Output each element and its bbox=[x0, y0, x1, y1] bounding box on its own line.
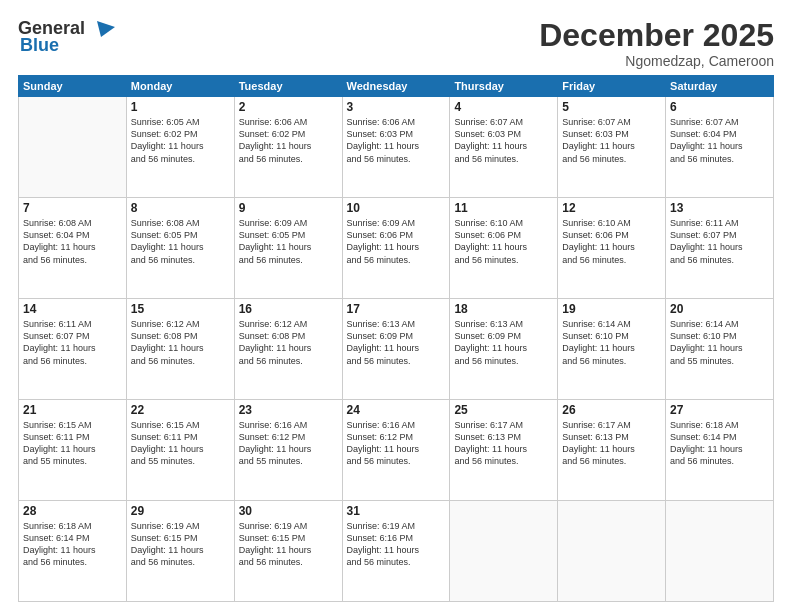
table-row: 9Sunrise: 6:09 AMSunset: 6:05 PMDaylight… bbox=[234, 198, 342, 299]
calendar-week-row: 1Sunrise: 6:05 AMSunset: 6:02 PMDaylight… bbox=[19, 97, 774, 198]
day-number: 21 bbox=[23, 403, 122, 417]
day-number: 28 bbox=[23, 504, 122, 518]
day-info: Sunrise: 6:15 AMSunset: 6:11 PMDaylight:… bbox=[23, 419, 122, 468]
calendar-week-row: 21Sunrise: 6:15 AMSunset: 6:11 PMDayligh… bbox=[19, 400, 774, 501]
table-row: 29Sunrise: 6:19 AMSunset: 6:15 PMDayligh… bbox=[126, 501, 234, 602]
day-info: Sunrise: 6:12 AMSunset: 6:08 PMDaylight:… bbox=[239, 318, 338, 367]
day-number: 5 bbox=[562, 100, 661, 114]
table-row: 16Sunrise: 6:12 AMSunset: 6:08 PMDayligh… bbox=[234, 299, 342, 400]
day-number: 23 bbox=[239, 403, 338, 417]
table-row: 15Sunrise: 6:12 AMSunset: 6:08 PMDayligh… bbox=[126, 299, 234, 400]
day-info: Sunrise: 6:07 AMSunset: 6:03 PMDaylight:… bbox=[562, 116, 661, 165]
day-info: Sunrise: 6:19 AMSunset: 6:15 PMDaylight:… bbox=[131, 520, 230, 569]
table-row: 12Sunrise: 6:10 AMSunset: 6:06 PMDayligh… bbox=[558, 198, 666, 299]
day-info: Sunrise: 6:19 AMSunset: 6:15 PMDaylight:… bbox=[239, 520, 338, 569]
table-row bbox=[19, 97, 127, 198]
col-thursday: Thursday bbox=[450, 76, 558, 97]
day-info: Sunrise: 6:07 AMSunset: 6:03 PMDaylight:… bbox=[454, 116, 553, 165]
day-info: Sunrise: 6:05 AMSunset: 6:02 PMDaylight:… bbox=[131, 116, 230, 165]
table-row: 21Sunrise: 6:15 AMSunset: 6:11 PMDayligh… bbox=[19, 400, 127, 501]
table-row: 30Sunrise: 6:19 AMSunset: 6:15 PMDayligh… bbox=[234, 501, 342, 602]
day-number: 15 bbox=[131, 302, 230, 316]
day-info: Sunrise: 6:11 AMSunset: 6:07 PMDaylight:… bbox=[670, 217, 769, 266]
day-info: Sunrise: 6:08 AMSunset: 6:05 PMDaylight:… bbox=[131, 217, 230, 266]
day-info: Sunrise: 6:16 AMSunset: 6:12 PMDaylight:… bbox=[347, 419, 446, 468]
calendar-table: Sunday Monday Tuesday Wednesday Thursday… bbox=[18, 75, 774, 602]
table-row: 22Sunrise: 6:15 AMSunset: 6:11 PMDayligh… bbox=[126, 400, 234, 501]
day-info: Sunrise: 6:09 AMSunset: 6:06 PMDaylight:… bbox=[347, 217, 446, 266]
day-number: 12 bbox=[562, 201, 661, 215]
table-row: 27Sunrise: 6:18 AMSunset: 6:14 PMDayligh… bbox=[666, 400, 774, 501]
table-row: 19Sunrise: 6:14 AMSunset: 6:10 PMDayligh… bbox=[558, 299, 666, 400]
day-number: 7 bbox=[23, 201, 122, 215]
day-info: Sunrise: 6:14 AMSunset: 6:10 PMDaylight:… bbox=[670, 318, 769, 367]
table-row: 10Sunrise: 6:09 AMSunset: 6:06 PMDayligh… bbox=[342, 198, 450, 299]
day-number: 10 bbox=[347, 201, 446, 215]
table-row: 26Sunrise: 6:17 AMSunset: 6:13 PMDayligh… bbox=[558, 400, 666, 501]
day-number: 6 bbox=[670, 100, 769, 114]
day-number: 29 bbox=[131, 504, 230, 518]
day-number: 22 bbox=[131, 403, 230, 417]
day-info: Sunrise: 6:17 AMSunset: 6:13 PMDaylight:… bbox=[454, 419, 553, 468]
day-number: 17 bbox=[347, 302, 446, 316]
day-info: Sunrise: 6:10 AMSunset: 6:06 PMDaylight:… bbox=[454, 217, 553, 266]
day-number: 4 bbox=[454, 100, 553, 114]
table-row: 17Sunrise: 6:13 AMSunset: 6:09 PMDayligh… bbox=[342, 299, 450, 400]
table-row: 4Sunrise: 6:07 AMSunset: 6:03 PMDaylight… bbox=[450, 97, 558, 198]
location-subtitle: Ngomedzap, Cameroon bbox=[539, 53, 774, 69]
day-number: 27 bbox=[670, 403, 769, 417]
table-row: 5Sunrise: 6:07 AMSunset: 6:03 PMDaylight… bbox=[558, 97, 666, 198]
table-row: 25Sunrise: 6:17 AMSunset: 6:13 PMDayligh… bbox=[450, 400, 558, 501]
table-row: 6Sunrise: 6:07 AMSunset: 6:04 PMDaylight… bbox=[666, 97, 774, 198]
day-number: 14 bbox=[23, 302, 122, 316]
table-row: 8Sunrise: 6:08 AMSunset: 6:05 PMDaylight… bbox=[126, 198, 234, 299]
table-row: 3Sunrise: 6:06 AMSunset: 6:03 PMDaylight… bbox=[342, 97, 450, 198]
table-row: 18Sunrise: 6:13 AMSunset: 6:09 PMDayligh… bbox=[450, 299, 558, 400]
day-number: 24 bbox=[347, 403, 446, 417]
day-number: 26 bbox=[562, 403, 661, 417]
col-saturday: Saturday bbox=[666, 76, 774, 97]
col-friday: Friday bbox=[558, 76, 666, 97]
day-number: 8 bbox=[131, 201, 230, 215]
month-title: December 2025 bbox=[539, 18, 774, 53]
calendar-week-row: 7Sunrise: 6:08 AMSunset: 6:04 PMDaylight… bbox=[19, 198, 774, 299]
day-info: Sunrise: 6:13 AMSunset: 6:09 PMDaylight:… bbox=[347, 318, 446, 367]
day-number: 20 bbox=[670, 302, 769, 316]
calendar-header-row: Sunday Monday Tuesday Wednesday Thursday… bbox=[19, 76, 774, 97]
day-info: Sunrise: 6:18 AMSunset: 6:14 PMDaylight:… bbox=[670, 419, 769, 468]
day-info: Sunrise: 6:09 AMSunset: 6:05 PMDaylight:… bbox=[239, 217, 338, 266]
calendar-week-row: 14Sunrise: 6:11 AMSunset: 6:07 PMDayligh… bbox=[19, 299, 774, 400]
day-number: 1 bbox=[131, 100, 230, 114]
day-number: 31 bbox=[347, 504, 446, 518]
day-number: 30 bbox=[239, 504, 338, 518]
table-row bbox=[450, 501, 558, 602]
table-row: 1Sunrise: 6:05 AMSunset: 6:02 PMDaylight… bbox=[126, 97, 234, 198]
col-wednesday: Wednesday bbox=[342, 76, 450, 97]
table-row: 23Sunrise: 6:16 AMSunset: 6:12 PMDayligh… bbox=[234, 400, 342, 501]
calendar-page: General Blue December 2025 Ngomedzap, Ca… bbox=[0, 0, 792, 612]
logo-blue: Blue bbox=[20, 35, 59, 56]
day-info: Sunrise: 6:16 AMSunset: 6:12 PMDaylight:… bbox=[239, 419, 338, 468]
day-info: Sunrise: 6:15 AMSunset: 6:11 PMDaylight:… bbox=[131, 419, 230, 468]
day-info: Sunrise: 6:06 AMSunset: 6:03 PMDaylight:… bbox=[347, 116, 446, 165]
day-info: Sunrise: 6:14 AMSunset: 6:10 PMDaylight:… bbox=[562, 318, 661, 367]
day-number: 9 bbox=[239, 201, 338, 215]
table-row: 2Sunrise: 6:06 AMSunset: 6:02 PMDaylight… bbox=[234, 97, 342, 198]
table-row bbox=[666, 501, 774, 602]
day-number: 16 bbox=[239, 302, 338, 316]
table-row: 14Sunrise: 6:11 AMSunset: 6:07 PMDayligh… bbox=[19, 299, 127, 400]
day-info: Sunrise: 6:12 AMSunset: 6:08 PMDaylight:… bbox=[131, 318, 230, 367]
day-info: Sunrise: 6:11 AMSunset: 6:07 PMDaylight:… bbox=[23, 318, 122, 367]
svg-marker-0 bbox=[97, 21, 115, 37]
day-info: Sunrise: 6:08 AMSunset: 6:04 PMDaylight:… bbox=[23, 217, 122, 266]
table-row: 31Sunrise: 6:19 AMSunset: 6:16 PMDayligh… bbox=[342, 501, 450, 602]
table-row: 11Sunrise: 6:10 AMSunset: 6:06 PMDayligh… bbox=[450, 198, 558, 299]
logo-icon bbox=[87, 19, 117, 39]
table-row: 13Sunrise: 6:11 AMSunset: 6:07 PMDayligh… bbox=[666, 198, 774, 299]
day-info: Sunrise: 6:17 AMSunset: 6:13 PMDaylight:… bbox=[562, 419, 661, 468]
day-info: Sunrise: 6:07 AMSunset: 6:04 PMDaylight:… bbox=[670, 116, 769, 165]
table-row bbox=[558, 501, 666, 602]
title-block: December 2025 Ngomedzap, Cameroon bbox=[539, 18, 774, 69]
logo: General Blue bbox=[18, 18, 117, 56]
day-info: Sunrise: 6:06 AMSunset: 6:02 PMDaylight:… bbox=[239, 116, 338, 165]
